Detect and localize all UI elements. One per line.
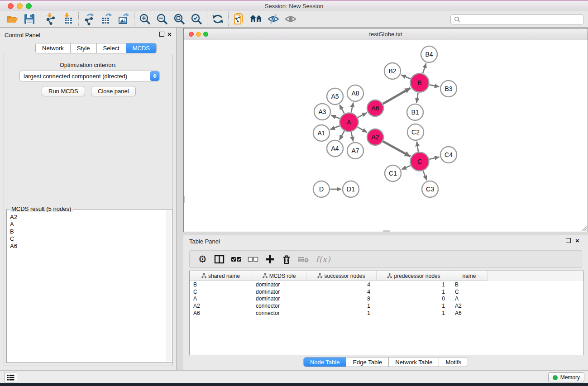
network-window-titlebar[interactable]: testGlobe.txt (184, 29, 588, 40)
export-image-button[interactable] (115, 12, 132, 26)
mcds-result-item[interactable]: A6 (8, 243, 166, 250)
node-B[interactable]: B (411, 74, 429, 92)
table-cell[interactable]: connector (252, 302, 306, 310)
edge-A2-C[interactable] (383, 141, 410, 156)
node-D[interactable]: D (313, 181, 330, 197)
select-all-button[interactable] (228, 253, 244, 266)
new-network-from-selection-button[interactable] (230, 12, 248, 26)
create-column-button[interactable] (261, 253, 278, 266)
column-header-predecessor-nodes[interactable]: predecessor nodes (377, 271, 451, 281)
save-session-button[interactable] (21, 12, 38, 26)
table-cell[interactable]: A2 (451, 302, 488, 310)
table-row[interactable]: A2connector11A2 (190, 302, 583, 310)
table-cell[interactable]: 1 (306, 310, 377, 317)
birds-eye-view-button[interactable] (282, 12, 299, 26)
task-history-button[interactable] (5, 372, 17, 382)
zoom-out-button[interactable] (153, 12, 171, 26)
node-C[interactable]: C (411, 152, 429, 171)
column-header-successor-nodes[interactable]: successor nodes (306, 271, 377, 281)
table-cell[interactable]: 1 (377, 288, 451, 295)
tab-select[interactable]: Select (97, 43, 126, 53)
node-B3[interactable]: B3 (440, 81, 457, 97)
deselect-all-button[interactable] (244, 253, 261, 266)
column-settings-button[interactable]: ⚙ (194, 253, 211, 266)
tab-mcds[interactable]: MCDS (126, 43, 156, 53)
table-cell[interactable]: A (451, 295, 488, 303)
node-B4[interactable]: B4 (421, 46, 437, 62)
float-table-panel-icon[interactable] (566, 238, 571, 243)
table-cell[interactable]: 4 (306, 288, 377, 295)
table-cell[interactable]: 1 (377, 310, 451, 317)
table-cell[interactable]: dominator (252, 281, 306, 288)
table-row[interactable]: Adominator80A (190, 295, 583, 303)
node-A8[interactable]: A8 (347, 85, 363, 101)
edge-C-C3[interactable] (423, 171, 427, 181)
resize-grip-icon[interactable] (581, 225, 587, 231)
table-row[interactable]: A6connector11A6 (190, 310, 583, 317)
edge-A-A4[interactable] (339, 131, 344, 140)
mcds-result-item[interactable]: B (8, 228, 166, 235)
zoom-in-button[interactable] (136, 12, 153, 26)
close-panel-icon[interactable]: × (167, 32, 172, 38)
mcds-result-item[interactable]: C (8, 235, 166, 243)
network-canvas[interactable]: ABCA6A2A1A3A4A5A7A8B1B2B3B4C1C2C3C4DD1 (184, 40, 588, 232)
edge-C-C1[interactable] (402, 166, 411, 170)
edge-A6-B[interactable] (383, 88, 411, 104)
table-cell[interactable]: 8 (306, 295, 377, 303)
float-panel-icon[interactable] (159, 32, 164, 37)
table-cell[interactable]: A (190, 295, 252, 303)
edge-C-C4[interactable] (429, 157, 439, 159)
tab-style[interactable]: Style (71, 43, 97, 53)
tab-edge-table[interactable]: Edge Table (346, 357, 389, 367)
tab-motifs[interactable]: Motifs (439, 357, 468, 367)
node-D1[interactable]: D1 (343, 181, 359, 197)
function-builder-button[interactable]: f(x) (311, 253, 335, 266)
mcds-result-item[interactable]: A2 (8, 214, 166, 221)
column-header-name[interactable]: name (451, 271, 488, 281)
table-cell[interactable]: 1 (377, 281, 451, 288)
table-cell[interactable]: connector (252, 310, 306, 317)
node-B2[interactable]: B2 (384, 63, 401, 79)
table-cell[interactable]: 1 (306, 302, 377, 310)
edge-A-A8[interactable] (351, 103, 354, 113)
node-A7[interactable]: A7 (347, 143, 363, 159)
node-A1[interactable]: A1 (313, 125, 330, 141)
zoom-fit-button[interactable] (171, 12, 188, 26)
edge-A-A5[interactable] (339, 105, 344, 113)
node-C4[interactable]: C4 (440, 147, 457, 163)
node-A[interactable]: A (340, 113, 359, 132)
node-A6[interactable]: A6 (367, 100, 383, 116)
result-scrollbar[interactable] (167, 210, 172, 362)
canvas-vscroll-thumb[interactable] (184, 196, 185, 203)
export-network-button[interactable] (81, 12, 98, 26)
edge-A-A7[interactable] (351, 132, 354, 141)
destroy-table-button[interactable] (295, 253, 311, 266)
node-A2[interactable]: A2 (367, 129, 383, 145)
import-network-button[interactable] (42, 12, 59, 26)
table-cell[interactable]: C (451, 288, 488, 295)
search-box[interactable] (450, 14, 584, 24)
table-cell[interactable]: 0 (377, 295, 451, 303)
edge-B-B4[interactable] (423, 63, 426, 73)
run-mcds-button[interactable]: Run MCDS (42, 86, 85, 96)
close-table-panel-icon[interactable]: × (574, 238, 580, 244)
table-cell[interactable]: B (190, 281, 252, 288)
tab-network[interactable]: Network (36, 43, 71, 53)
node-A5[interactable]: A5 (327, 88, 343, 105)
edge-A-A6[interactable] (358, 113, 367, 118)
column-header-shared-name[interactable]: shared name (190, 271, 252, 281)
delete-columns-button[interactable] (278, 253, 295, 266)
node-table[interactable]: shared nameMCDS rolesuccessor nodesprede… (189, 271, 584, 355)
close-panel-button[interactable]: Close panel (91, 86, 136, 96)
graphics-details-button[interactable] (265, 12, 282, 26)
table-cell[interactable]: 4 (306, 281, 377, 288)
table-row[interactable]: Cdominator41C (190, 288, 583, 295)
table-cell[interactable]: B (451, 281, 488, 288)
open-session-button[interactable] (4, 12, 21, 26)
mcds-result-item[interactable]: A (8, 221, 166, 228)
table-cell[interactable]: C (190, 288, 252, 295)
node-A4[interactable]: A4 (327, 140, 343, 157)
memory-button[interactable]: Memory (548, 372, 584, 382)
node-C3[interactable]: C3 (422, 181, 438, 197)
node-C1[interactable]: C1 (385, 165, 401, 181)
